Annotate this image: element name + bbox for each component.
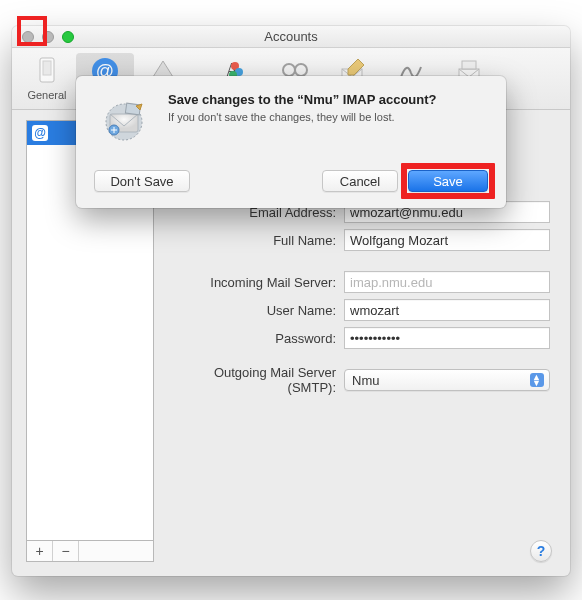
svg-point-8 [283, 64, 295, 76]
password-label: Password: [164, 331, 344, 346]
username-label: User Name: [164, 303, 344, 318]
general-icon [18, 55, 76, 87]
spacer [79, 541, 153, 561]
incoming-server-field: imap.nmu.edu [344, 271, 550, 293]
traffic-lights [12, 31, 74, 43]
close-window-button[interactable] [22, 31, 34, 43]
cancel-button[interactable]: Cancel [322, 170, 398, 192]
preferences-window: Accounts General @ Accounts Junk Mail A … [12, 26, 570, 576]
svg-rect-13 [462, 61, 476, 69]
tab-label: General [18, 89, 76, 101]
fullname-label: Full Name: [164, 233, 344, 248]
dialog-message: If you don't save the changes, they will… [168, 111, 436, 123]
smtp-select[interactable]: Nmu ▲▼ [344, 369, 550, 391]
save-button[interactable]: Save [408, 170, 488, 192]
svg-rect-1 [43, 61, 51, 75]
at-icon: @ [32, 125, 48, 141]
save-button-wrap: Save [408, 170, 488, 192]
help-button[interactable]: ? [530, 540, 552, 562]
remove-account-button[interactable]: − [53, 541, 79, 561]
add-remove-bar: + − [26, 540, 154, 562]
maximize-window-button[interactable] [62, 31, 74, 43]
mail-app-icon [94, 92, 154, 152]
password-field[interactable]: ••••••••••• [344, 327, 550, 349]
minimize-window-button[interactable] [42, 31, 54, 43]
window-title: Accounts [12, 29, 570, 44]
dialog-text: Save changes to the “Nmu” IMAP account? … [168, 92, 436, 152]
dialog-actions: Don't Save Cancel Save [94, 170, 488, 192]
save-changes-dialog: Save changes to the “Nmu” IMAP account? … [76, 76, 506, 208]
dialog-title: Save changes to the “Nmu” IMAP account? [168, 92, 436, 107]
svg-point-9 [295, 64, 307, 76]
tab-general[interactable]: General [18, 53, 76, 105]
username-field[interactable]: wmozart [344, 299, 550, 321]
incoming-label: Incoming Mail Server: [164, 275, 344, 290]
smtp-label: Outgoing Mail Server (SMTP): [164, 365, 344, 395]
titlebar: Accounts [12, 26, 570, 48]
dont-save-button[interactable]: Don't Save [94, 170, 190, 192]
chevron-updown-icon: ▲▼ [532, 374, 541, 386]
smtp-value: Nmu [352, 373, 379, 388]
add-account-button[interactable]: + [27, 541, 53, 561]
fullname-field[interactable]: Wolfgang Mozart [344, 229, 550, 251]
